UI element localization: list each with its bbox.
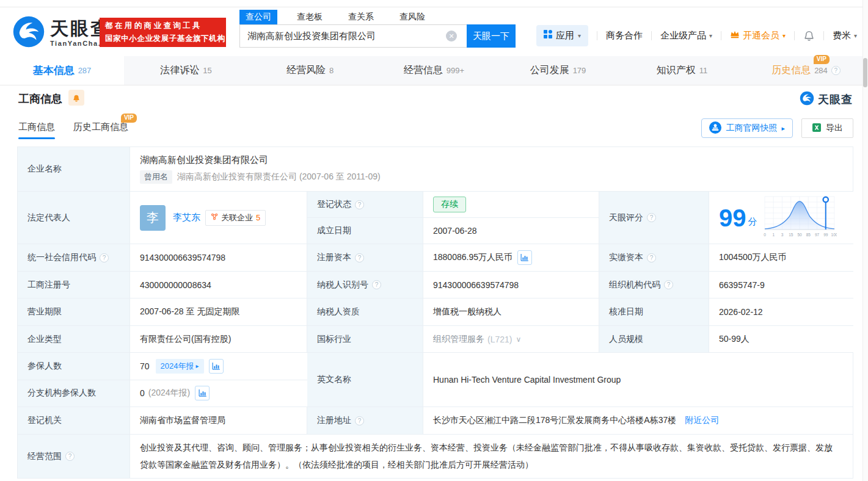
capital-trend-chart-icon[interactable] [517, 250, 532, 265]
clear-search-icon[interactable]: ✕ [446, 31, 457, 42]
company-nav-tabs: 基本信息287 法律诉讼15 经营风险8 经营信息999+ 公司发展179 知识… [0, 56, 868, 85]
promo-line2: 国家中小企业发展子基金旗下机构 [105, 34, 221, 44]
menu-enterprise[interactable]: 企业级产品 ▾ [660, 30, 712, 42]
term-label: 营业期限 [27, 306, 62, 317]
table-row-insured-english: 参保人数 70 2024年报 ▸ 分支机构参保人数 [18, 353, 853, 407]
export-button[interactable]: 导出 [801, 118, 853, 138]
address-value: 长沙市天心区湘江中路二段178号汇景发展商务中心塔楼A栋37楼 [433, 415, 676, 426]
tianyancha-company-page: 天眼查 TianYanCha.com 都在用的商业查询工具 国家中小企业发展子基… [0, 0, 868, 481]
help-icon[interactable]: ? [647, 213, 656, 222]
menu-open-vip[interactable]: 开通会员 ▾ [730, 30, 786, 42]
insured-value: 70 [140, 361, 150, 371]
stamp-icon [709, 121, 721, 136]
status-badge: 存续 [433, 197, 466, 212]
svg-text:3: 3 [781, 233, 783, 237]
crown-icon [730, 30, 740, 41]
official-snapshot-button[interactable]: 工商官网快照 ▸ [701, 118, 793, 138]
chevron-down-icon[interactable]: ∨ [516, 335, 521, 344]
search-input[interactable] [239, 24, 467, 48]
apps-grid-icon [544, 30, 552, 41]
taxpayer-quality-label: 纳税人资质 [317, 306, 360, 317]
caret-down-icon: ▾ [709, 32, 712, 39]
reg-no-label: 工商注册号 [27, 280, 70, 291]
header-menu: 应用 ▾ 商务合作 企业级产品 ▾ 开通会员 ▾ [536, 23, 857, 48]
vip-badge: VIP [121, 114, 137, 123]
section-title: 工商信息 [18, 92, 62, 106]
search-tab-risk[interactable]: 查风险 [393, 10, 431, 24]
help-icon[interactable]: ? [664, 280, 673, 289]
divider [597, 31, 597, 40]
score-distribution-chart[interactable]: 0 1 3 15 50 85 97 99 100 [762, 194, 837, 241]
tab-history-info[interactable]: VIP 历史信息284 ? [744, 56, 868, 85]
svg-text:99: 99 [823, 233, 828, 237]
search-tab-boss[interactable]: 查老板 [291, 10, 329, 24]
tab-basic-info[interactable]: 基本信息287 [0, 56, 124, 85]
staff-size-label: 人员规模 [609, 334, 643, 345]
tab-company-development[interactable]: 公司发展179 [496, 56, 620, 85]
divider [823, 31, 824, 40]
tab-legal[interactable]: 法律诉讼15 [124, 56, 248, 85]
company-type-label: 企业类型 [27, 334, 62, 345]
credit-code-label: 统一社会信用代码 [27, 252, 96, 263]
help-icon[interactable]: ? [372, 280, 381, 289]
score-label: 天眼评分 [609, 212, 643, 223]
related-companies-tag[interactable]: 关联企业 5 [205, 210, 266, 226]
promo-line1: 都在用的商业查询工具 [105, 21, 221, 31]
user-menu[interactable]: 费米 ▾ [833, 30, 857, 42]
subtab-business-info[interactable]: 工商信息 [18, 121, 55, 139]
registry-label: 登记机关 [27, 415, 62, 426]
apps-menu[interactable]: 应用 ▾ [536, 25, 588, 46]
approved-date-label: 核准日期 [609, 306, 643, 317]
english-name-label: 英文名称 [317, 374, 351, 385]
apps-label: 应用 [556, 30, 574, 42]
tab-intellectual-property[interactable]: 知识产权11 [620, 56, 744, 85]
site-header: 天眼查 TianYanCha.com 都在用的商业查询工具 国家中小企业发展子基… [0, 7, 868, 56]
tab-operating-risk[interactable]: 经营风险8 [248, 56, 372, 85]
reg-capital-label: 注册资本 [317, 252, 351, 263]
establish-date-label: 成立日期 [317, 225, 351, 236]
help-icon[interactable]: ? [355, 200, 364, 209]
nearby-companies-link[interactable]: 附近公司 [685, 415, 719, 426]
scope-label: 经营范围 [27, 451, 62, 462]
menu-cooperation[interactable]: 商务合作 [606, 30, 643, 42]
svg-text:0: 0 [764, 233, 766, 237]
insured-trend-chart-icon[interactable] [209, 359, 224, 374]
table-row-term: 营业期限 2007-06-28 至 无固定期限 纳税人资质 增值税一般纳税人 核… [18, 298, 853, 326]
help-icon[interactable]: ? [100, 253, 109, 262]
help-icon[interactable]: ? [647, 253, 656, 262]
table-row-reg-no: 工商注册号 430000000008634 纳税人识别号 ? 914300006… [18, 272, 853, 298]
branch-insured-label: 分支机构参保人数 [27, 388, 96, 399]
table-row-company-name: 企业名称 湖南高新创业投资集团有限公司 曾用名 湖南高新创业投资有限责任公司 (… [18, 147, 853, 192]
search-tab-company[interactable]: 查公司 [239, 10, 277, 24]
help-icon[interactable]: ? [65, 452, 75, 461]
branch-insured-report-note: (2024年报) [148, 388, 190, 399]
tab-business-info[interactable]: 经营信息999+ [372, 56, 496, 85]
legal-rep-avatar[interactable]: 李 [140, 205, 166, 231]
divider [794, 31, 795, 40]
paid-capital-value: 1004500万人民币 [719, 252, 787, 263]
branch-insured-trend-chart-icon[interactable] [195, 386, 210, 400]
help-icon[interactable]: ? [831, 66, 841, 75]
registry-value: 湖南省市场监督管理局 [140, 415, 225, 426]
help-icon[interactable]: ? [355, 416, 364, 425]
notification-bell-icon[interactable] [803, 29, 815, 42]
legal-rep-link[interactable]: 李艾东 [173, 212, 200, 223]
tianyancha-logo-icon [800, 91, 814, 108]
score-unit: 分 [748, 216, 757, 228]
term-value: 2007-06-28 至 无固定期限 [140, 306, 239, 317]
scrollbar-track[interactable] [863, 0, 868, 481]
subtab-history-business-info[interactable]: VIP 历史工商信息 [73, 121, 128, 139]
paid-capital-label: 实缴资本 [609, 252, 643, 263]
help-icon[interactable]: ? [355, 253, 364, 262]
monitor-bell-icon[interactable] [68, 90, 84, 106]
vip-badge: VIP [814, 55, 830, 64]
search-tab-relation[interactable]: 查关系 [342, 10, 380, 24]
reg-status-label: 登记状态 [317, 199, 351, 210]
svg-text:97: 97 [814, 233, 819, 237]
scrollbar-thumb[interactable] [863, 58, 867, 87]
org-code-label: 组织机构代码 [609, 280, 660, 291]
address-label: 注册地址 [317, 415, 351, 426]
annual-report-tag[interactable]: 2024年报 ▸ [156, 359, 204, 374]
search-button[interactable]: 天眼一下 [467, 24, 516, 48]
svg-text:1: 1 [772, 233, 775, 237]
